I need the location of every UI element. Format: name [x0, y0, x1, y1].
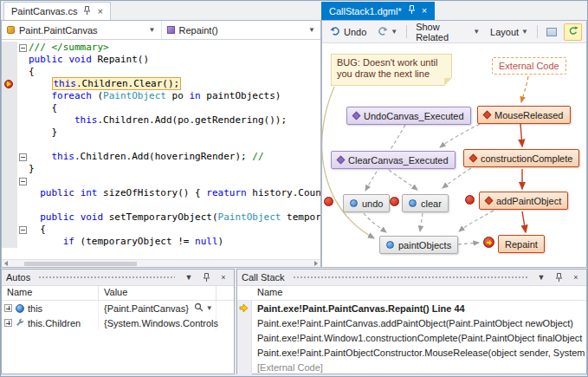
autos-title-bar[interactable]: Autos ▼ × — [2, 270, 234, 286]
breakpoint-gutter[interactable] — [2, 90, 17, 102]
breakpoint-gutter[interactable] — [2, 224, 17, 236]
outline-margin[interactable] — [17, 42, 29, 54]
autos-row[interactable]: this{Paint.PaintCanvas}▼ — [2, 301, 234, 315]
undo-button[interactable]: Undo — [326, 23, 370, 41]
node-mousereleased[interactable]: MouseReleased — [477, 106, 571, 124]
chevron-down-icon[interactable]: ▼ — [206, 304, 213, 312]
breakpoint-icon[interactable] — [390, 197, 399, 206]
drag-grip[interactable] — [38, 276, 175, 280]
horizontal-scrollbar[interactable] — [2, 259, 320, 267]
callstack-row[interactable]: Paint.exe!Paint.PaintCanvas.Repaint() Li… — [237, 301, 586, 315]
outline-margin[interactable] — [17, 236, 29, 248]
type-dropdown[interactable]: Paint.PaintCanvas ▼ — [2, 21, 162, 39]
scroll-right-arrow-icon[interactable] — [314, 261, 318, 266]
member-dropdown[interactable]: Repaint() ▼ — [162, 21, 321, 39]
variable-name-cell[interactable]: this — [2, 301, 99, 315]
collapse-icon[interactable] — [19, 226, 27, 234]
collapse-icon[interactable] — [19, 44, 27, 52]
outline-margin[interactable] — [17, 102, 29, 114]
outline-margin[interactable] — [17, 187, 29, 199]
outline-margin[interactable] — [17, 114, 29, 127]
breakpoint-icon[interactable] — [465, 195, 475, 205]
window-position-icon[interactable]: ▼ — [535, 271, 547, 283]
breakpoint-gutter[interactable] — [2, 54, 17, 66]
code-line[interactable]: public void setTemporaryObject(PaintObje… — [2, 211, 320, 224]
breakpoint-gutter[interactable] — [2, 163, 17, 175]
pin-icon[interactable] — [83, 6, 91, 17]
code-line[interactable]: this.Children.Add(hoveringRender); // — [2, 151, 320, 163]
tab-paintcanvas[interactable]: PaintCanvas.cs × — [3, 2, 111, 20]
breakpoint-gutter[interactable] — [2, 211, 17, 224]
callstack-title-bar[interactable]: Call Stack ▼ × — [237, 270, 586, 286]
breakpoint-gutter[interactable] — [2, 199, 17, 211]
breakpoint-gutter[interactable] — [2, 78, 17, 90]
breakpoint-gutter[interactable] — [2, 102, 17, 114]
node-external-code[interactable]: External Code — [492, 57, 566, 75]
collapse-icon[interactable] — [19, 153, 27, 161]
collapse-icon[interactable] — [19, 178, 27, 185]
code-line[interactable]: { — [2, 66, 320, 78]
scroll-left-arrow-icon[interactable] — [4, 261, 8, 266]
node-clearcanvas-executed[interactable]: ClearCanvas_Executed — [331, 151, 456, 169]
code-line[interactable]: if (temporaryObject != null) — [2, 236, 320, 248]
variable-name-cell[interactable]: this.Children — [2, 315, 99, 330]
refresh-graph-button[interactable] — [564, 23, 582, 41]
column-header-value[interactable]: Value — [99, 286, 216, 300]
close-icon[interactable]: × — [570, 271, 582, 283]
column-header-name[interactable]: Name — [2, 286, 99, 300]
expand-icon[interactable] — [4, 319, 12, 327]
pin-icon[interactable] — [552, 271, 565, 283]
bug-note[interactable]: BUG: Doesn't work until you draw the nex… — [331, 54, 452, 86]
breakpoint-gutter[interactable] — [2, 42, 17, 54]
redo-button[interactable]: ▼ — [373, 23, 401, 41]
code-line[interactable] — [2, 199, 320, 211]
layout-dropdown[interactable]: Layout ▼ — [487, 24, 532, 40]
outline-margin[interactable] — [17, 54, 29, 66]
breakpoint-gutter[interactable] — [2, 66, 17, 78]
autos-row[interactable]: this.Children{System.Windows.Controls — [2, 315, 234, 330]
breakpoint-icon[interactable] — [324, 197, 333, 206]
graph-window-button[interactable] — [543, 25, 560, 39]
node-undocanvas-executed[interactable]: UndoCanvas_Executed — [346, 107, 471, 125]
outline-margin[interactable] — [17, 211, 29, 224]
scrollbar-thumb[interactable] — [24, 262, 137, 266]
code-line[interactable] — [2, 139, 320, 151]
code-line[interactable]: public int sizeOfHistory() { reaturn his… — [2, 187, 320, 199]
code-line[interactable] — [2, 175, 320, 187]
code-line[interactable]: } — [2, 163, 320, 175]
pin-icon[interactable] — [200, 271, 212, 283]
code-line[interactable]: { — [2, 224, 320, 236]
drag-grip[interactable] — [293, 276, 527, 280]
graph-canvas[interactable]: BUG: Doesn't work until you draw the nex… — [322, 43, 586, 267]
breakpoint-gutter[interactable] — [2, 175, 17, 187]
outline-margin[interactable] — [17, 90, 29, 102]
outline-margin[interactable] — [17, 163, 29, 175]
code-line[interactable]: this.Children.Add(po.getRendering()); — [2, 114, 320, 127]
callstack-row[interactable]: Paint.exe!Paint.Window1.constructionComp… — [237, 330, 586, 345]
breakpoint-gutter[interactable] — [2, 139, 17, 151]
node-paintobjects[interactable]: paintObjects — [379, 236, 458, 254]
callstack-row[interactable]: [External Code] — [237, 360, 586, 374]
close-icon[interactable]: × — [97, 7, 102, 16]
outline-margin[interactable] — [17, 175, 29, 187]
callstack-row[interactable]: Paint.exe!Paint.PaintCanvas.addPaintObje… — [237, 315, 586, 330]
magnifier-icon[interactable] — [194, 302, 204, 314]
close-icon[interactable]: × — [422, 6, 427, 16]
code-line[interactable]: foreach (PaintObject po in paintObjects) — [2, 90, 320, 102]
breakpoint-gutter[interactable] — [2, 151, 17, 163]
outline-margin[interactable] — [17, 151, 29, 163]
variable-value-cell[interactable]: {Paint.PaintCanvas}▼ — [99, 301, 216, 315]
code-editor[interactable]: /// </summary>public void Repaint(){ thi… — [2, 40, 320, 259]
node-undo[interactable]: undo — [343, 194, 390, 212]
node-addpaintobject[interactable]: addPaintObject — [479, 192, 568, 210]
tab-callstack-dgml[interactable]: CallStack1.dgml* × — [321, 2, 435, 20]
breakpoint-gutter[interactable] — [2, 236, 17, 248]
code-line[interactable]: public void Repaint() — [2, 54, 320, 66]
outline-margin[interactable] — [17, 78, 29, 90]
node-repaint[interactable]: Repaint — [498, 235, 545, 253]
outline-margin[interactable] — [17, 224, 29, 236]
show-related-dropdown[interactable]: Show Related ▼ — [412, 19, 483, 45]
breakpoint-gutter[interactable] — [2, 127, 17, 139]
column-header-name[interactable]: Name — [237, 286, 586, 300]
breakpoint-gutter[interactable] — [2, 114, 17, 127]
